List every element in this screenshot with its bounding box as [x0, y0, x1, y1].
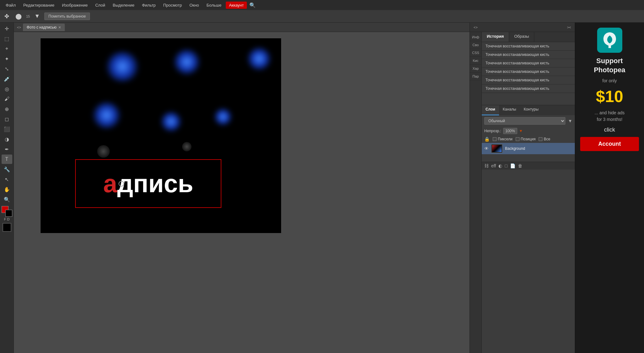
layer-thumb-inner	[492, 145, 502, 152]
healing-brush-tool[interactable]: ◎	[2, 84, 12, 94]
menu-image[interactable]: Изображение	[59, 2, 91, 9]
ad-panel: Support Photopea for only $10 ... and hi…	[575, 23, 644, 353]
blend-dropdown-icon[interactable]: ▼	[568, 118, 572, 123]
tab-sloi[interactable]: Слои	[482, 105, 499, 115]
black-square	[3, 223, 11, 232]
adjustment-icon[interactable]: ◐	[498, 163, 502, 168]
tool-number: 15	[26, 14, 30, 18]
layer-row-background[interactable]: 👁 Background	[482, 143, 575, 154]
side-tab-khar[interactable]: Хар	[470, 65, 481, 73]
lock-position-checkbox[interactable]: Позиция	[516, 137, 536, 141]
tab-history[interactable]: История	[482, 32, 509, 42]
layers-section: Слои Каналы Контуры Обычный ▼ Непрозр.: …	[482, 105, 575, 170]
tool-brush-icon[interactable]: ⬤	[14, 12, 24, 20]
side-tabs: Инф Сво CSS Кис Хар Пар	[470, 32, 482, 353]
hand-tool[interactable]: ✋	[2, 185, 12, 194]
all-checkbox[interactable]	[539, 137, 542, 141]
history-item-1[interactable]: Точечная восстанавливающая кисть	[482, 51, 575, 59]
side-tab-par[interactable]: Пар	[470, 73, 481, 80]
panel-collapse-left[interactable]: <>	[15, 25, 23, 30]
ad-account-button[interactable]: Account	[580, 137, 639, 151]
menu-view[interactable]: Просмотр	[160, 2, 185, 9]
history-item-0[interactable]: Точечная восстанавливающая кисть	[482, 42, 575, 51]
brush-tool[interactable]: 🖌	[2, 94, 12, 104]
red-letter: а	[103, 170, 117, 198]
main-layout: ✛ ⬚ ⌖ ✦ ⤡ 💉 ◎ 🖌 ⊕ ◻ ⬛ ◑ ✒ T 🔧 ↖ ✋ 🔍 F D …	[0, 23, 644, 353]
menu-select[interactable]: Выделение	[110, 2, 138, 9]
zoom-tool[interactable]: 🔍	[2, 195, 12, 204]
move-tool[interactable]: ✛	[2, 24, 12, 33]
new-group-icon[interactable]: □	[505, 163, 507, 168]
effects-icon[interactable]: eff	[491, 163, 496, 168]
gradient-tool[interactable]: ⬛	[2, 124, 12, 134]
delete-layer-icon[interactable]: 🗑	[518, 163, 522, 168]
menu-layer[interactable]: Слой	[92, 2, 108, 9]
ad-support-text: Support Photopea	[594, 57, 625, 74]
history-item-5[interactable]: Точечная восстанавливающая кисть	[482, 84, 575, 93]
path-tool[interactable]: ✒	[2, 144, 12, 154]
mark-selected-button[interactable]: Пометить выбранное	[44, 13, 90, 20]
panel-collapse-right-right[interactable]: ><	[565, 25, 573, 30]
close-tab-button[interactable]: ×	[58, 25, 61, 30]
blend-mode-select[interactable]: Обычный	[484, 117, 565, 125]
all-label: Все	[544, 137, 550, 141]
panel-header-row: <> ><	[470, 23, 575, 32]
color-swatch[interactable]	[2, 206, 12, 217]
ad-for-only: for only	[602, 78, 617, 83]
menu-account[interactable]: Аккаунт	[226, 2, 247, 9]
selection-tool[interactable]: ⬚	[2, 34, 12, 43]
lock-all-checkbox[interactable]: Все	[539, 137, 550, 141]
layer-visibility-icon[interactable]: 👁	[484, 146, 489, 151]
new-layer-icon[interactable]: 📄	[510, 163, 515, 168]
eraser-tool[interactable]: ◻	[2, 114, 12, 124]
menu-more[interactable]: Больше	[203, 2, 225, 9]
lock-pixels-checkbox[interactable]: Пиксели	[493, 137, 513, 141]
menu-filter[interactable]: Фильтр	[139, 2, 159, 9]
menu-window[interactable]: Окно	[186, 2, 202, 9]
magic-wand-tool[interactable]: ✦	[2, 54, 12, 63]
pixels-checkbox[interactable]	[493, 137, 497, 141]
history-item-4[interactable]: Точечная восстанавливающая кисть	[482, 76, 575, 84]
canvas-tab[interactable]: Фото с надписью ×	[23, 24, 65, 31]
dodge-tool[interactable]: ◑	[2, 134, 12, 144]
menu-edit[interactable]: Редактирование	[20, 2, 58, 9]
panel-content: История Образы Точечная восстанавливающа…	[482, 32, 575, 353]
dropdown-arrow-icon[interactable]: ▼	[32, 12, 42, 20]
side-tab-kis[interactable]: Кис	[470, 57, 481, 65]
canvas-text-box[interactable]: адпись	[75, 159, 221, 208]
tab-kontury[interactable]: Контуры	[520, 105, 542, 115]
tab-kanaly[interactable]: Каналы	[499, 105, 520, 115]
text-tool[interactable]: T	[2, 155, 12, 164]
position-checkbox[interactable]	[516, 137, 519, 141]
side-tab-svo[interactable]: Сво	[470, 41, 481, 49]
photopea-logo-svg	[600, 31, 619, 50]
background-color[interactable]	[5, 210, 12, 217]
lasso-tool[interactable]: ⌖	[2, 44, 12, 53]
grey-glow	[97, 145, 110, 158]
tool-selector-icon[interactable]: ✤	[3, 12, 11, 20]
menu-file[interactable]: Файл	[3, 2, 19, 9]
custom-shape-tool[interactable]: ↖	[2, 175, 12, 184]
opacity-dropdown-icon[interactable]: ▼	[519, 129, 523, 133]
panel-collapse-right-left[interactable]: <>	[472, 25, 480, 30]
lock-icon: 🔒	[484, 137, 490, 142]
opacity-value[interactable]: 100%	[503, 128, 517, 134]
side-tab-inf[interactable]: Инф	[470, 33, 481, 41]
history-item-3[interactable]: Точечная восстанавливающая кисть	[482, 68, 575, 76]
canvas-wrapper[interactable]: адпись	[14, 32, 469, 353]
ad-logo	[597, 28, 622, 53]
history-tabs: История Образы	[482, 32, 575, 42]
pixels-label: Пиксели	[498, 137, 513, 141]
history-item-2[interactable]: Точечная восстанавливающая кисть	[482, 59, 575, 68]
eyedropper-tool[interactable]: 💉	[2, 74, 12, 84]
opacity-row: Непрозр.: 100% ▼	[482, 127, 575, 135]
ad-subtext-line2: for 3 months!	[597, 117, 623, 122]
transform-tool[interactable]: ⤡	[2, 64, 12, 73]
blob-1	[103, 51, 141, 82]
search-icon[interactable]: 🔍	[249, 2, 256, 8]
clone-stamp-tool[interactable]: ⊕	[2, 104, 12, 114]
tab-obrazy[interactable]: Образы	[509, 32, 534, 42]
link-icon[interactable]: ⛓	[484, 163, 489, 168]
side-tab-css[interactable]: CSS	[470, 49, 481, 57]
sharpen-tool[interactable]: 🔧	[2, 165, 12, 174]
